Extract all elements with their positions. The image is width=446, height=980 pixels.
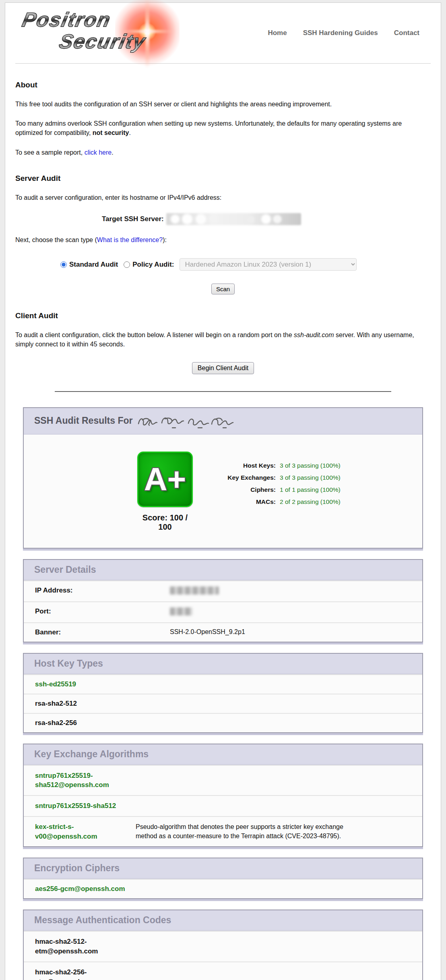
server-detail-row-port: Port:	[24, 601, 422, 622]
grade-column: A+ Score: 100 / 100	[137, 452, 194, 532]
client-audit-title: Client Audit	[15, 311, 431, 320]
macs-header: Message Authentication Codes	[24, 910, 422, 931]
about-p2-period: .	[129, 129, 130, 136]
encryption-ciphers-header: Encryption Ciphers	[24, 858, 422, 879]
redacted-hostname-scribble	[137, 414, 238, 429]
key-exchange-panel: Key Exchange Algorithms sntrup761x25519-…	[23, 744, 423, 847]
scan-type-line: Next, choose the scan type (What is the …	[15, 235, 431, 244]
scan-type-text-after: ):	[163, 236, 167, 243]
about-title: About	[15, 81, 431, 89]
main-nav: Home SSH Hardening Guides Contact	[268, 29, 419, 37]
nav-ssh-hardening-guides[interactable]: SSH Hardening Guides	[303, 29, 378, 37]
about-p2-text: Too many admins overlook SSH configurati…	[15, 120, 402, 136]
results-panel: SSH Audit Results For A	[23, 407, 423, 549]
stat-label: Ciphers:	[207, 484, 276, 496]
begin-client-audit-button[interactable]: Begin Client Audit	[192, 362, 254, 374]
about-paragraph-2: Too many admins overlook SSH configurati…	[15, 119, 431, 137]
banner-value: SSH-2.0-OpenSSH_9.2p1	[170, 628, 245, 636]
scan-button[interactable]: Scan	[211, 284, 235, 294]
redacted-port-value	[170, 607, 192, 615]
ip-address-label: IP Address:	[35, 586, 170, 596]
kex-row: sntrup761x25519-sha512	[24, 795, 422, 816]
ip-address-value	[170, 586, 219, 596]
policy-audit-radio[interactable]	[124, 261, 130, 268]
standard-audit-radio[interactable]	[60, 261, 67, 268]
target-ssh-server-label: Target SSH Server:	[102, 215, 164, 223]
server-details-header: Server Details	[24, 560, 422, 580]
stat-label: Key Exchanges:	[207, 472, 276, 484]
page: Positron Security Home SSH Hardening Gui…	[2, 0, 444, 980]
stat-value: 2 of 2 passing (100%)	[280, 496, 341, 508]
cipher-row: aes256-gcm@openssh.com	[24, 879, 422, 898]
stat-host-keys: Host Keys:3 of 3 passing (100%)	[207, 460, 341, 472]
section-divider	[55, 391, 391, 392]
server-audit-intro: To audit a server configuration, enter i…	[15, 193, 431, 202]
target-server-row: Target SSH Server:	[102, 213, 431, 225]
nav-contact[interactable]: Contact	[394, 29, 419, 37]
stat-value: 3 of 3 passing (100%)	[280, 460, 341, 472]
mac-algorithm: hmac-sha2-512-etm@openssh.com	[35, 937, 136, 956]
scan-type-radio-row: Standard Audit Policy Audit: Hardened Am…	[60, 258, 431, 271]
results-panel-header: SSH Audit Results For	[24, 408, 422, 435]
host-key-types-header: Host Key Types	[24, 654, 422, 674]
stat-value: 3 of 3 passing (100%)	[280, 472, 341, 484]
kex-algorithm: sntrup761x25519-sha512	[35, 801, 136, 811]
banner-label: Banner:	[35, 628, 170, 636]
kex-row: sntrup761x25519-sha512@openssh.com	[24, 765, 422, 796]
kex-row: kex-strict-s-v00@openssh.com Pseudo-algo…	[24, 816, 422, 847]
kex-algorithm: kex-strict-s-v00@openssh.com	[35, 822, 136, 841]
about-p2-bold: not security	[93, 129, 129, 136]
results-body: A+ Score: 100 / 100 Host Keys:3 of 3 pas…	[24, 435, 422, 548]
results-title: SSH Audit Results For	[34, 415, 133, 426]
host-key-row: ssh-ed25519	[24, 674, 422, 694]
mac-row: hmac-sha2-256-etm@openssh.com	[24, 961, 422, 980]
scan-type-text: Next, choose the scan type (	[15, 236, 97, 243]
main-container: Positron Security Home SSH Hardening Gui…	[5, 2, 441, 980]
logo: Positron Security	[15, 5, 184, 61]
stat-key-exchanges: Key Exchanges:3 of 3 passing (100%)	[207, 472, 341, 484]
about-p3-text: To see a sample report,	[15, 149, 85, 156]
grade-badge: A+	[137, 452, 193, 507]
grade-text: A+	[144, 463, 186, 495]
stat-macs: MACs:2 of 2 passing (100%)	[207, 496, 341, 508]
stat-label: Host Keys:	[207, 460, 276, 472]
sample-report-link[interactable]: click here	[85, 149, 112, 156]
macs-panel: Message Authentication Codes hmac-sha2-5…	[23, 910, 423, 980]
about-p3-period: .	[112, 149, 113, 156]
score-label: Score: 100 / 100	[137, 513, 193, 532]
server-audit-section: Server Audit To audit a server configura…	[15, 174, 431, 294]
key-exchange-header: Key Exchange Algorithms	[24, 744, 422, 765]
stat-ciphers: Ciphers:1 of 1 passing (100%)	[207, 484, 341, 496]
client-audit-section: Client Audit To audit a client configura…	[15, 311, 431, 374]
client-intro-text: To audit a client configuration, click t…	[15, 332, 294, 338]
kex-algorithm: sntrup761x25519-sha512@openssh.com	[35, 771, 136, 790]
host-key-row: rsa-sha2-256	[24, 713, 422, 732]
server-details-panel: Server Details IP Address: Port: Banner:…	[23, 559, 423, 642]
site-header: Positron Security Home SSH Hardening Gui…	[15, 3, 431, 64]
port-value	[170, 607, 192, 617]
target-ssh-server-input[interactable]	[166, 213, 301, 225]
logo-text-positron: Positron	[20, 8, 113, 31]
stat-value: 1 of 1 passing (100%)	[280, 484, 341, 496]
about-paragraph-1: This free tool audits the configuration …	[15, 99, 431, 109]
host-key-row: rsa-sha2-512	[24, 694, 422, 713]
standard-audit-label: Standard Audit	[69, 261, 118, 269]
port-label: Port:	[35, 607, 170, 617]
results-stats: Host Keys:3 of 3 passing (100%) Key Exch…	[207, 452, 341, 532]
policy-audit-label: Policy Audit:	[132, 261, 174, 269]
stat-label: MACs:	[207, 496, 276, 508]
client-audit-intro: To audit a client configuration, click t…	[15, 330, 431, 349]
server-detail-row-ip: IP Address:	[24, 580, 422, 601]
policy-select[interactable]: Hardened Amazon Linux 2023 (version 1)	[180, 258, 357, 271]
encryption-ciphers-panel: Encryption Ciphers aes256-gcm@openssh.co…	[23, 858, 423, 899]
mac-row: hmac-sha2-512-etm@openssh.com	[24, 931, 422, 961]
nav-home[interactable]: Home	[268, 29, 287, 37]
logo-text-security: Security	[57, 30, 148, 53]
host-key-types-panel: Host Key Types ssh-ed25519 rsa-sha2-512 …	[23, 653, 423, 733]
server-audit-title: Server Audit	[15, 174, 431, 183]
about-paragraph-3: To see a sample report, click here.	[15, 148, 431, 157]
redacted-ip-value	[170, 586, 219, 595]
kex-algorithm-note: Pseudo-algorithm that denotes the peer s…	[136, 822, 365, 841]
mac-algorithm: hmac-sha2-256-etm@openssh.com	[35, 968, 136, 980]
scan-type-difference-link[interactable]: What is the difference?	[97, 236, 163, 243]
